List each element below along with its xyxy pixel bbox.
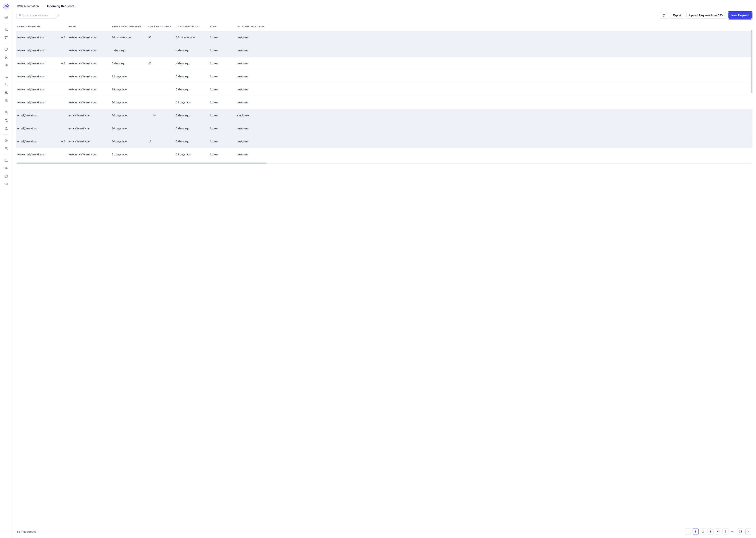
separator: [3, 71, 9, 71]
clipboard-check-icon[interactable]: [4, 118, 9, 123]
table-row[interactable]: email@email.comemail@email.com20 days ag…: [16, 109, 752, 122]
cell-subject: customer: [235, 44, 752, 57]
vertical-scrollbar[interactable]: [751, 30, 752, 93]
cell-type: Access: [208, 122, 235, 135]
cell-days: [147, 148, 174, 161]
cell-subject: customer: [235, 122, 752, 135]
core-identifier: test+email@email.com: [17, 62, 45, 65]
page-1[interactable]: 1: [692, 528, 698, 534]
cell-subject: customer: [235, 135, 752, 148]
export-button[interactable]: Export: [670, 12, 684, 19]
thumbs-up-clock-icon[interactable]: [4, 82, 9, 87]
globe-gear-icon[interactable]: [4, 27, 9, 32]
chevron-down-icon: [143, 25, 145, 28]
compass-icon[interactable]: [4, 138, 9, 143]
cell-type: Access: [208, 148, 235, 161]
cell-email: email@email.com: [67, 109, 110, 122]
results-count: 587 Requests: [17, 530, 36, 533]
notification-badge: 1: [62, 62, 65, 65]
scrollbar-thumb[interactable]: [17, 163, 266, 164]
share-nodes-icon[interactable]: [4, 35, 9, 40]
table-row[interactable]: test+email@email.com1test+email@email.co…: [16, 31, 752, 44]
dot-icon: [62, 63, 63, 64]
filter-lines-icon[interactable]: [4, 146, 9, 151]
search-icon: [19, 14, 22, 17]
core-identifier: test+email@email.com: [17, 101, 45, 104]
cell-updated: 14 days ago: [174, 148, 208, 161]
new-request-button[interactable]: New Request: [729, 12, 752, 19]
cell-updated: 4 days ago: [174, 44, 208, 57]
table-row[interactable]: test+email@email.comtest+email@email.com…: [16, 70, 752, 83]
chevron-right-icon: [42, 5, 44, 8]
table-row[interactable]: email@email.com1email@email.com20 days a…: [16, 135, 752, 148]
search-input[interactable]: [23, 14, 56, 17]
table-row[interactable]: test+email@email.com1test+email@email.co…: [16, 57, 752, 70]
svg-point-11: [6, 77, 7, 78]
upload-csv-button[interactable]: Upload Requests from CSV: [686, 12, 726, 19]
refresh-icon: [662, 14, 665, 17]
cell-updated: 13 days ago: [174, 96, 208, 109]
code-monitor-icon[interactable]: [4, 182, 9, 187]
table-wrap: CORE IDENTIFIER EMAIL TIME SINCE CREATIO…: [16, 22, 752, 524]
cell-days: 26: [147, 57, 174, 70]
add-filter-button[interactable]: +: [57, 14, 59, 17]
table-row[interactable]: email@email.comemail@email.com20 days ag…: [16, 122, 752, 135]
cell-days: [147, 96, 174, 109]
svg-point-5: [7, 30, 8, 31]
svg-rect-13: [5, 92, 7, 92]
table-row[interactable]: test+email@email.comtest+email@email.com…: [16, 44, 752, 57]
search[interactable]: +: [17, 12, 56, 19]
cell-updated: 7 days ago: [174, 83, 208, 96]
cell-email: test+email@email.com: [67, 44, 110, 57]
cell-days: 30: [147, 31, 174, 44]
page-5[interactable]: 5: [723, 528, 729, 534]
check-icon: [148, 114, 151, 117]
layout-edit-icon[interactable]: [4, 174, 9, 179]
server-gear-icon[interactable]: [4, 90, 9, 95]
page-ellipsis: •••: [730, 530, 736, 533]
page-next[interactable]: [745, 528, 751, 534]
col-time[interactable]: TIME SINCE CREATION: [110, 22, 147, 31]
horizontal-scrollbar[interactable]: [17, 163, 752, 164]
cube-icon[interactable]: [4, 47, 9, 52]
col-type[interactable]: TYPE: [208, 22, 235, 31]
svg-rect-30: [6, 175, 7, 176]
cell-subject: customer: [235, 96, 752, 109]
col-days[interactable]: DAYS REMAINING: [147, 22, 174, 31]
col-core[interactable]: CORE IDENTIFIER: [16, 22, 67, 31]
svg-rect-3: [5, 16, 7, 19]
page-last[interactable]: 24: [737, 528, 744, 534]
logo-icon[interactable]: [3, 4, 9, 10]
table-row[interactable]: test+email@email.comtest+email@email.com…: [16, 83, 752, 96]
cubes-icon[interactable]: [4, 55, 9, 60]
notification-badge: 1: [62, 140, 65, 143]
col-subject[interactable]: DATA SUBJECT TYPE: [235, 22, 752, 31]
columns-gear-icon[interactable]: [4, 158, 9, 163]
col-email[interactable]: EMAIL: [67, 22, 110, 31]
eye-off-icon[interactable]: [4, 166, 9, 171]
col-updated[interactable]: LAST UPDATED AT: [174, 22, 208, 31]
bolt-icon[interactable]: [4, 15, 9, 20]
globe-icon[interactable]: [4, 63, 9, 67]
page-4[interactable]: 4: [715, 528, 721, 534]
breadcrumb-parent[interactable]: DSR Automation: [17, 4, 39, 8]
cell-updated: 4 days ago: [174, 57, 208, 70]
id-badge-icon[interactable]: [4, 98, 9, 103]
svg-rect-31: [5, 176, 6, 178]
page-prev[interactable]: [685, 528, 691, 534]
svg-point-2: [6, 6, 7, 7]
file-cancel-icon[interactable]: [4, 126, 9, 131]
search-doc-icon[interactable]: [4, 110, 9, 115]
refresh-button[interactable]: [660, 12, 668, 19]
cell-email: test+email@email.com: [67, 57, 110, 70]
users-gear-icon[interactable]: [4, 75, 9, 80]
cell-email: test+email@email.com: [67, 148, 110, 161]
table-row[interactable]: test+email@email.comtest+email@email.com…: [16, 148, 752, 161]
table-row[interactable]: test+email@email.comtest+email@email.com…: [16, 96, 752, 109]
svg-rect-32: [5, 183, 7, 185]
cell-type: Access: [208, 135, 235, 148]
cell-type: Access: [208, 96, 235, 109]
page-3[interactable]: 3: [708, 528, 714, 534]
page-2[interactable]: 2: [700, 528, 706, 534]
cell-time: 4 days ago: [110, 44, 147, 57]
